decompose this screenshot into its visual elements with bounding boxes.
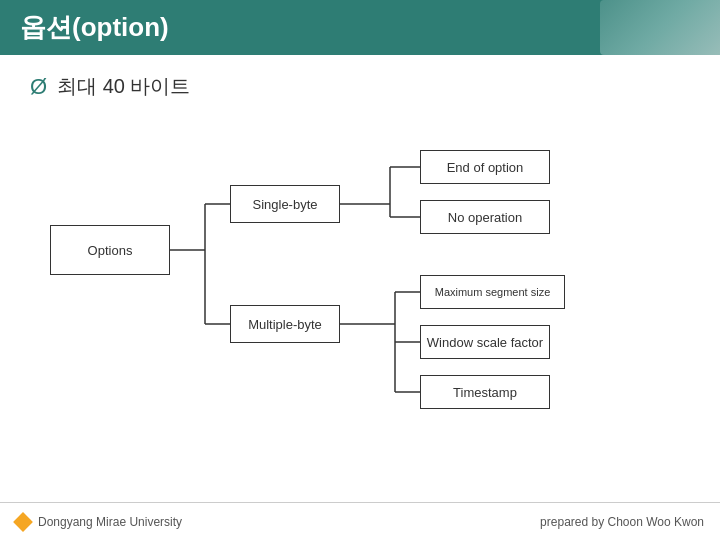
header: 옵션(option)	[0, 0, 720, 55]
arrow-icon: Ø	[30, 74, 47, 100]
diagram-area: OptionsSingle-byteMultiple-byteEnd of op…	[30, 120, 690, 420]
box-maxseg: Maximum segment size	[420, 275, 565, 309]
header-decoration	[600, 0, 720, 55]
box-multiple: Multiple-byte	[230, 305, 340, 343]
footer-university: Dongyang Mirae University	[38, 515, 182, 529]
box-single: Single-byte	[230, 185, 340, 223]
header-title: 옵션(option)	[20, 10, 169, 45]
box-nooper: No operation	[420, 200, 550, 234]
box-options: Options	[50, 225, 170, 275]
box-timestamp: Timestamp	[420, 375, 550, 409]
box-winscale: Window scale factor	[420, 325, 550, 359]
subtitle-text: 최대 40 바이트	[57, 73, 190, 100]
footer-logo: Dongyang Mirae University	[16, 515, 182, 529]
diamond-icon	[13, 512, 33, 532]
footer: Dongyang Mirae University prepared by Ch…	[0, 502, 720, 540]
subtitle: Ø 최대 40 바이트	[0, 55, 720, 110]
footer-prepared: prepared by Choon Woo Kwon	[540, 515, 704, 529]
box-endopt: End of option	[420, 150, 550, 184]
